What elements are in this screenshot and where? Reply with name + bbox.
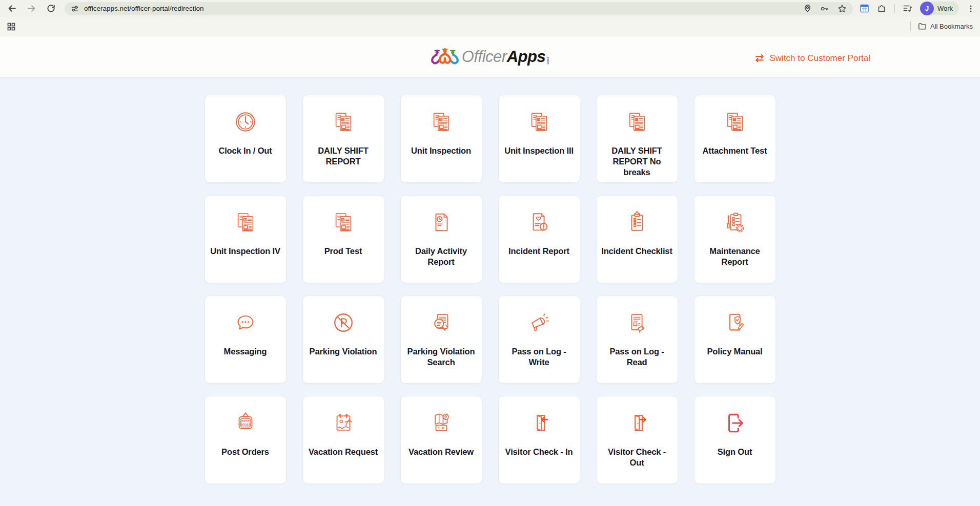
profile-chip[interactable]: J Work <box>920 2 959 15</box>
news-megaphone-icon <box>625 311 649 334</box>
app-tile-unit-inspection-iv[interactable]: Unit Inspection IV <box>205 195 287 283</box>
app-tile-label: Unit Inspection <box>406 145 476 156</box>
post-order-sign-icon: POSTORDER <box>234 411 257 435</box>
back-button[interactable] <box>5 2 18 15</box>
profile-name: Work <box>937 5 953 12</box>
door-out-icon <box>625 411 649 435</box>
portal-content: Clock In / OutDAILY SHIFT REPORTUnit Ins… <box>0 77 980 506</box>
app-tile-label: Pass on Log - Read <box>597 346 678 368</box>
app-tile-clock-in-out[interactable]: Clock In / Out <box>205 95 287 183</box>
app-tile-label: Messaging <box>219 346 272 357</box>
officerapps-logo: OfficerApps .com <box>430 46 550 68</box>
apps-grid-icon[interactable] <box>7 23 15 31</box>
app-tile-policy-manual[interactable]: Policy Manual <box>694 296 776 384</box>
report-stack-icon <box>625 110 649 134</box>
app-tile-daily-shift-report-no-breaks[interactable]: DAILY SHIFT REPORT No breaks <box>596 95 678 183</box>
doc-search-icon <box>430 311 453 334</box>
address-bar[interactable]: officerapps.net/officer-portal/redirecti… <box>65 2 853 15</box>
app-tile-label: Post Orders <box>217 447 274 457</box>
app-tile-label: DAILY SHIFT REPORT <box>303 145 384 167</box>
site-settings-icon[interactable] <box>71 5 79 13</box>
report-stack-icon <box>527 110 551 134</box>
app-tile-label: Policy Manual <box>702 346 767 357</box>
app-tile-label: Clock In / Out <box>214 145 276 156</box>
logo-part-apps: Apps <box>507 48 546 66</box>
svg-text:ORDER: ORDER <box>240 423 251 426</box>
app-tile-label: Visitor Check - Out <box>597 447 678 468</box>
app-tile-label: Vacation Request <box>304 447 382 457</box>
app-tile-label: Pass on Log - Write <box>499 346 580 368</box>
doc-clock-icon <box>430 210 453 234</box>
calendar-beach-icon <box>332 411 355 435</box>
browser-toolbar: officerapps.net/officer-portal/redirecti… <box>0 0 980 17</box>
switch-to-customer-portal-link[interactable]: Switch to Customer Portal <box>754 53 870 63</box>
megaphone-icon <box>527 311 551 334</box>
logo-part-officer: Officer <box>462 48 507 66</box>
app-tile-incident-report[interactable]: Incident Report <box>498 195 580 283</box>
clipboard-warning-icon <box>625 210 649 234</box>
app-tile-incident-checklist[interactable]: Incident Checklist <box>596 195 678 283</box>
app-tile-label: Incident Report <box>504 246 574 257</box>
forward-button[interactable] <box>25 2 38 15</box>
extensions-icon[interactable] <box>877 4 887 13</box>
app-tile-sign-out[interactable]: Sign Out <box>694 396 776 484</box>
officerapps-logo-mark <box>430 46 460 68</box>
app-tile-label: Parking Violation <box>305 346 382 357</box>
all-bookmarks-label: All Bookmarks <box>930 23 973 30</box>
app-tile-parking-violation[interactable]: Parking Violation <box>302 296 384 384</box>
app-tile-label: Unit Inspection IV <box>206 246 285 257</box>
app-tile-visitor-check-out[interactable]: Visitor Check - Out <box>596 396 678 484</box>
door-in-icon <box>527 411 551 435</box>
svg-text:POST: POST <box>241 419 250 423</box>
switch-link-label: Switch to Customer Portal <box>769 53 870 63</box>
reload-button[interactable] <box>44 2 57 15</box>
app-tile-vacation-request[interactable]: Vacation Request <box>302 396 384 484</box>
app-tile-visitor-check-in[interactable]: Visitor Check - In <box>498 396 580 484</box>
app-tile-parking-violation-search[interactable]: Parking Violation Search <box>400 296 482 384</box>
location-icon[interactable] <box>803 4 812 13</box>
doc-shield-icon <box>723 311 747 334</box>
app-tile-label: Incident Checklist <box>597 246 677 257</box>
app-tile-maintenance-report[interactable]: Maintenance Report <box>694 195 776 283</box>
bookmark-star-icon[interactable] <box>838 4 847 13</box>
clipboard-tools-icon <box>723 210 747 234</box>
reload-icon <box>47 4 55 13</box>
app-tile-daily-activity-report[interactable]: Daily Activity Report <box>400 195 482 283</box>
logout-icon <box>723 411 747 435</box>
all-bookmarks-button[interactable]: All Bookmarks <box>918 22 973 31</box>
report-stack-icon <box>430 110 453 134</box>
app-tile-unit-inspection-iii[interactable]: Unit Inspection III <box>498 95 580 183</box>
app-tile-vacation-review[interactable]: Vacation Review <box>400 396 482 484</box>
app-tile-pass-on-log-read[interactable]: Pass on Log - Read <box>596 296 678 384</box>
report-stack-icon <box>332 210 355 234</box>
app-tile-label: Prod Test <box>320 246 367 257</box>
report-stack-icon <box>332 110 355 134</box>
switch-arrows-icon <box>754 53 765 62</box>
app-tile-messaging[interactable]: Messaging <box>205 296 287 384</box>
app-tile-label: Maintenance Report <box>695 246 775 267</box>
app-tile-label: Attachment Test <box>698 145 772 156</box>
app-tile-pass-on-log-write[interactable]: Pass on Log - Write <box>498 296 580 384</box>
app-tile-attachment-test[interactable]: Attachment Test <box>694 95 776 183</box>
app-tile-post-orders[interactable]: POSTORDERPost Orders <box>205 396 287 484</box>
app-tile-unit-inspection[interactable]: Unit Inspection <box>400 95 482 183</box>
menu-kebab-icon[interactable] <box>967 5 975 13</box>
doc-alert-icon <box>527 210 551 234</box>
clock-icon <box>234 110 257 134</box>
officerapps-logo-text: OfficerApps <box>462 48 545 66</box>
report-stack-icon <box>234 210 257 234</box>
app-tile-label: Sign Out <box>713 447 757 457</box>
no-parking-icon <box>332 311 355 334</box>
app-tile-label: DAILY SHIFT REPORT No breaks <box>597 145 678 178</box>
chat-bubble-icon <box>234 311 257 334</box>
avatar: J <box>920 2 934 15</box>
url-text[interactable]: officerapps.net/officer-portal/redirecti… <box>84 5 798 12</box>
media-controls-icon[interactable] <box>903 4 912 13</box>
bookmarks-bar: All Bookmarks <box>0 17 980 36</box>
password-key-icon[interactable] <box>820 4 829 13</box>
report-stack-icon <box>723 110 747 134</box>
app-tile-prod-test[interactable]: Prod Test <box>302 195 384 283</box>
calendar-extension-icon[interactable] <box>860 4 869 13</box>
app-grid: Clock In / OutDAILY SHIFT REPORTUnit Ins… <box>0 77 980 484</box>
app-tile-daily-shift-report[interactable]: DAILY SHIFT REPORT <box>302 95 384 183</box>
